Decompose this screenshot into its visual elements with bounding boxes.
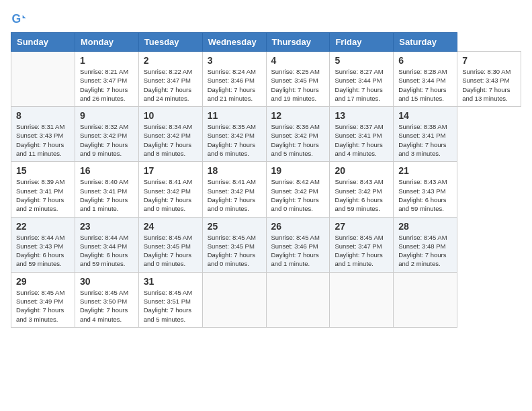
sunrise: Sunrise: 8:45 AM [80,288,134,297]
sunrise: Sunrise: 8:45 AM [16,288,70,297]
daylight: Daylight: 7 hours and 13 minutes. [462,85,516,103]
daylight: Daylight: 7 hours and 3 minutes. [398,140,452,158]
day-number: 19 [271,165,325,176]
sunrise: Sunrise: 8:30 AM [462,67,516,76]
calendar-cell: 9 Sunrise: 8:32 AM Sunset: 3:42 PM Dayli… [75,107,138,162]
weekday-header: Friday [330,33,394,52]
cell-content: Sunrise: 8:32 AM Sunset: 3:42 PM Dayligh… [80,122,134,158]
calendar-week-row: 15 Sunrise: 8:39 AM Sunset: 3:41 PM Dayl… [11,162,521,217]
sunrise: Sunrise: 8:31 AM [16,122,70,131]
cell-content: Sunrise: 8:24 AM Sunset: 3:46 PM Dayligh… [208,67,261,103]
daylight: Daylight: 7 hours and 9 minutes. [80,140,134,158]
calendar-cell [11,52,75,107]
daylight: Daylight: 7 hours and 8 minutes. [144,140,197,158]
weekday-header: Thursday [266,33,330,52]
cell-content: Sunrise: 8:21 AM Sunset: 3:47 PM Dayligh… [80,67,134,103]
day-number: 13 [335,110,388,121]
calendar-cell: 20 Sunrise: 8:43 AM Sunset: 3:42 PM Dayl… [330,162,394,217]
cell-content: Sunrise: 8:44 AM Sunset: 3:44 PM Dayligh… [80,233,134,269]
sunset: Sunset: 3:45 PM [271,76,325,85]
calendar-week-row: 29 Sunrise: 8:45 AM Sunset: 3:49 PM Dayl… [11,272,521,327]
day-number: 23 [80,221,134,232]
day-number: 8 [16,110,70,121]
calendar-cell: 16 Sunrise: 8:40 AM Sunset: 3:41 PM Dayl… [75,162,138,217]
cell-content: Sunrise: 8:44 AM Sunset: 3:43 PM Dayligh… [16,233,70,269]
sunrise: Sunrise: 8:45 AM [144,288,197,297]
daylight: Daylight: 7 hours and 26 minutes. [80,85,134,103]
sunrise: Sunrise: 8:40 AM [80,177,134,186]
cell-content: Sunrise: 8:40 AM Sunset: 3:41 PM Dayligh… [80,177,134,213]
weekday-header: Sunday [11,33,75,52]
day-number: 9 [80,110,134,121]
sunset: Sunset: 3:47 PM [335,242,388,250]
day-number: 15 [16,165,70,176]
sunrise: Sunrise: 8:34 AM [144,122,197,131]
cell-content: Sunrise: 8:45 AM Sunset: 3:50 PM Dayligh… [80,288,134,324]
sunrise: Sunrise: 8:36 AM [271,122,325,131]
daylight: Daylight: 6 hours and 59 minutes. [80,250,134,269]
sunrise: Sunrise: 8:27 AM [335,67,388,76]
daylight: Daylight: 7 hours and 0 minutes. [144,195,197,214]
day-number: 4 [271,55,325,66]
svg-text:G: G [12,12,21,26]
sunset: Sunset: 3:46 PM [271,242,325,250]
cell-content: Sunrise: 8:30 AM Sunset: 3:43 PM Dayligh… [462,67,516,103]
sunrise: Sunrise: 8:41 AM [144,177,197,186]
day-number: 3 [208,55,261,66]
cell-content: Sunrise: 8:42 AM Sunset: 3:42 PM Dayligh… [271,177,325,213]
sunset: Sunset: 3:42 PM [208,131,261,140]
calendar-cell [266,272,330,327]
day-number: 7 [462,55,516,66]
calendar-cell [330,272,394,327]
day-number: 20 [335,165,388,176]
cell-content: Sunrise: 8:25 AM Sunset: 3:45 PM Dayligh… [271,67,325,103]
sunset: Sunset: 3:42 PM [271,187,325,195]
daylight: Daylight: 7 hours and 1 minute. [80,195,134,214]
cell-content: Sunrise: 8:34 AM Sunset: 3:42 PM Dayligh… [144,122,197,158]
sunset: Sunset: 3:42 PM [271,131,325,140]
daylight: Daylight: 7 hours and 1 minute. [271,250,325,269]
calendar-cell: 7 Sunrise: 8:30 AM Sunset: 3:43 PM Dayli… [457,52,521,107]
calendar-cell: 29 Sunrise: 8:45 AM Sunset: 3:49 PM Dayl… [11,272,75,327]
sunrise: Sunrise: 8:38 AM [398,122,452,131]
sunset: Sunset: 3:42 PM [208,187,261,195]
day-number: 11 [208,110,261,121]
day-number: 22 [16,221,70,232]
calendar-cell: 18 Sunrise: 8:41 AM Sunset: 3:42 PM Dayl… [202,162,266,217]
sunset: Sunset: 3:51 PM [144,297,197,306]
sunrise: Sunrise: 8:28 AM [398,67,452,76]
sunrise: Sunrise: 8:44 AM [80,233,134,242]
sunset: Sunset: 3:43 PM [398,187,452,195]
header: G [11,11,521,27]
calendar-week-row: 8 Sunrise: 8:31 AM Sunset: 3:43 PM Dayli… [11,107,521,162]
calendar-week-row: 1 Sunrise: 8:21 AM Sunset: 3:47 PM Dayli… [11,52,521,107]
daylight: Daylight: 7 hours and 15 minutes. [398,85,452,103]
calendar-cell: 12 Sunrise: 8:36 AM Sunset: 3:42 PM Dayl… [266,107,330,162]
cell-content: Sunrise: 8:45 AM Sunset: 3:51 PM Dayligh… [144,288,197,324]
sunrise: Sunrise: 8:45 AM [144,233,197,242]
day-number: 1 [80,55,134,66]
daylight: Daylight: 6 hours and 59 minutes. [398,195,452,214]
day-number: 6 [398,55,452,66]
weekday-header: Tuesday [138,33,202,52]
sunset: Sunset: 3:44 PM [80,242,134,250]
calendar-cell: 30 Sunrise: 8:45 AM Sunset: 3:50 PM Dayl… [75,272,138,327]
daylight: Daylight: 7 hours and 21 minutes. [208,85,261,103]
daylight: Daylight: 7 hours and 11 minutes. [16,140,70,158]
day-number: 31 [144,276,197,287]
sunrise: Sunrise: 8:45 AM [208,233,261,242]
daylight: Daylight: 7 hours and 1 minute. [335,250,388,269]
sunset: Sunset: 3:42 PM [80,131,134,140]
calendar-cell: 8 Sunrise: 8:31 AM Sunset: 3:43 PM Dayli… [11,107,75,162]
day-number: 17 [144,165,197,176]
cell-content: Sunrise: 8:22 AM Sunset: 3:47 PM Dayligh… [144,67,197,103]
sunset: Sunset: 3:43 PM [16,131,70,140]
calendar-cell: 28 Sunrise: 8:45 AM Sunset: 3:48 PM Dayl… [394,217,457,272]
sunset: Sunset: 3:47 PM [80,76,134,85]
sunrise: Sunrise: 8:39 AM [16,177,70,186]
sunrise: Sunrise: 8:21 AM [80,67,134,76]
calendar-cell: 17 Sunrise: 8:41 AM Sunset: 3:42 PM Dayl… [138,162,202,217]
daylight: Daylight: 7 hours and 3 minutes. [16,306,70,324]
sunset: Sunset: 3:49 PM [16,297,70,306]
cell-content: Sunrise: 8:36 AM Sunset: 3:42 PM Dayligh… [271,122,325,158]
